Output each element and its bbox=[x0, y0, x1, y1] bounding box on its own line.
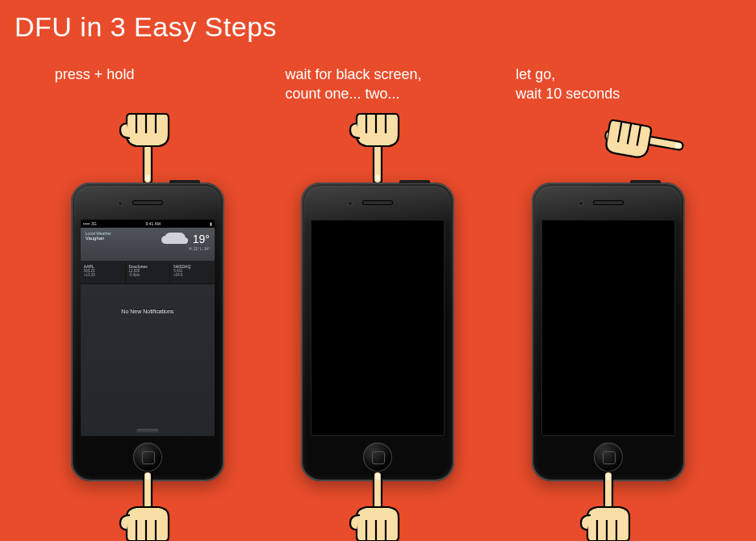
stock-chg: +13.29 bbox=[84, 273, 122, 277]
phone-screen-black bbox=[311, 220, 445, 436]
home-button bbox=[363, 442, 392, 472]
hand-pointing-up-icon bbox=[345, 472, 410, 541]
hand-pointing-up-icon bbox=[576, 472, 641, 541]
power-button bbox=[630, 180, 661, 183]
step-1: press + hold •• bbox=[43, 65, 253, 541]
hand-pointing-up-icon bbox=[115, 472, 180, 541]
step-2-caption: wait for black screen, count one... two.… bbox=[285, 65, 421, 107]
status-signal: ••••• 3G bbox=[83, 221, 97, 226]
step-3-caption: let go, wait 10 seconds bbox=[516, 65, 620, 107]
status-battery-icon: ▮ bbox=[210, 221, 212, 226]
svg-point-0 bbox=[145, 174, 150, 181]
phone-screen-black bbox=[541, 220, 675, 436]
cloud-icon bbox=[165, 233, 186, 244]
step-1-caption: press + hold bbox=[55, 65, 135, 107]
hand-pointing-down-icon bbox=[115, 106, 180, 182]
page-title: DFU in 3 Easy Steps bbox=[15, 11, 277, 43]
weather-temp: 19° bbox=[193, 233, 210, 245]
stocks-widget: AAPL563.23+13.29 DowJones12,820-5.4pts N… bbox=[81, 262, 215, 284]
svg-point-1 bbox=[145, 473, 150, 480]
svg-point-3 bbox=[375, 473, 380, 480]
iphone-device bbox=[301, 182, 454, 481]
no-notifications-label: No New Notifications bbox=[81, 284, 215, 338]
svg-point-2 bbox=[375, 174, 380, 181]
step-2: wait for black screen, count one... two.… bbox=[273, 65, 482, 541]
step-3: let go, wait 10 seconds bbox=[503, 65, 713, 541]
stock-chg: -5.4pts bbox=[129, 273, 167, 277]
weather-city: Vaughan bbox=[86, 236, 210, 241]
hand-pointing-away-icon bbox=[600, 105, 690, 174]
phone-screen-notification-center: ••••• 3G 9:41 AM ▮ Local Weather Vaughan… bbox=[81, 220, 215, 436]
stock-chg: +24.6 bbox=[173, 273, 211, 277]
steps-row: press + hold •• bbox=[0, 65, 756, 541]
hand-pointing-down-icon bbox=[345, 106, 410, 182]
weather-widget: Local Weather Vaughan 19° H: 21° L: 14° bbox=[81, 228, 215, 262]
svg-point-5 bbox=[606, 473, 611, 480]
iphone-device: ••••• 3G 9:41 AM ▮ Local Weather Vaughan… bbox=[71, 182, 224, 481]
iphone-device bbox=[532, 182, 685, 481]
grabber-icon bbox=[136, 429, 159, 433]
home-button bbox=[594, 442, 623, 472]
status-time: 9:41 AM bbox=[146, 221, 161, 226]
weather-hilo: H: 21° L: 14° bbox=[189, 247, 210, 251]
home-button bbox=[133, 442, 162, 472]
